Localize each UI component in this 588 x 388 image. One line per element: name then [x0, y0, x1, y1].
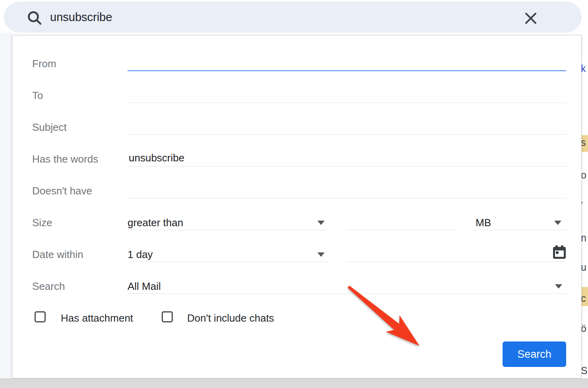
close-icon[interactable] — [524, 11, 538, 25]
dropdown-arrow-icon — [317, 221, 325, 225]
background-text-fragment: o — [581, 169, 588, 181]
date-range-underline — [128, 262, 329, 262]
search-scope-underline — [128, 293, 566, 294]
subject-underline — [128, 134, 566, 135]
has-words-underline — [128, 166, 566, 167]
search-scope-select[interactable]: All Mail — [128, 277, 566, 295]
to-input[interactable] — [128, 87, 566, 101]
date-range-value: 1 day — [128, 248, 153, 261]
size-unit-value: MB — [476, 217, 491, 229]
search-input[interactable] — [50, 2, 495, 33]
date-input[interactable] — [347, 246, 545, 260]
size-comparator-underline — [128, 230, 329, 230]
background-text-fragment: k — [581, 63, 588, 74]
background-text-fragment: s — [581, 137, 588, 148]
doesnt-have-input[interactable] — [128, 182, 566, 197]
to-label: To — [32, 89, 43, 102]
has-words-label: Has the words — [32, 153, 98, 165]
date-underline — [347, 262, 566, 262]
search-button[interactable]: Search — [503, 341, 566, 367]
dropdown-arrow-icon — [317, 252, 325, 257]
dont-include-chats-checkbox[interactable] — [162, 311, 173, 322]
dropdown-arrow-icon — [555, 284, 562, 289]
background-text-fragment: c — [581, 293, 588, 304]
to-underline — [128, 103, 566, 103]
has-attachment-checkbox[interactable] — [35, 311, 46, 322]
has-attachment-label[interactable]: Has attachment — [61, 312, 133, 324]
subject-input[interactable] — [128, 119, 566, 133]
search-scope-label: Search — [32, 280, 65, 293]
size-comparator-select[interactable]: greater than — [128, 213, 329, 231]
search-icon[interactable] — [27, 10, 42, 25]
background-text-fragment: ' — [581, 200, 588, 211]
calendar-icon[interactable] — [553, 245, 566, 260]
size-unit-select[interactable]: MB — [474, 213, 566, 231]
background-text-fragment: ö — [581, 323, 588, 334]
from-underline-focused — [128, 70, 566, 71]
gmail-search-bar[interactable] — [4, 2, 582, 33]
size-comparator-value: greater than — [128, 217, 183, 229]
dont-include-chats-label[interactable]: Don't include chats — [187, 312, 274, 324]
doesnt-have-underline — [128, 198, 566, 198]
background-text-fragment: S — [581, 365, 588, 376]
doesnt-have-label: Doesn't have — [32, 185, 92, 197]
size-unit-underline — [474, 230, 566, 230]
size-label: Size — [32, 217, 52, 229]
size-value-input[interactable] — [347, 214, 457, 229]
search-scope-value: All Mail — [128, 280, 161, 293]
from-input[interactable] — [128, 55, 566, 70]
page-left-gutter — [0, 33, 12, 378]
dropdown-arrow-icon — [554, 221, 561, 225]
date-within-label: Date within — [32, 248, 83, 261]
background-text-fragment: n — [581, 232, 588, 244]
size-value-underline — [347, 230, 457, 230]
has-words-input[interactable] — [129, 151, 566, 165]
advanced-search-panel: From To Subject Has the words Doesn't ha… — [12, 35, 582, 378]
date-range-select[interactable]: 1 day — [128, 245, 329, 263]
from-label: From — [32, 58, 56, 70]
window-bottom-edge — [0, 378, 588, 388]
subject-label: Subject — [32, 121, 67, 134]
background-text-fragment: u — [581, 262, 588, 273]
